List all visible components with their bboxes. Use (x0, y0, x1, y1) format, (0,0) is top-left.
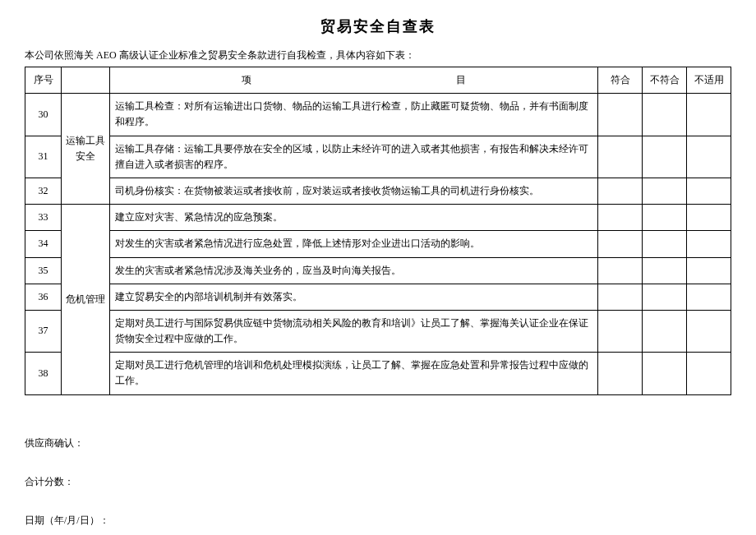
category-transport: 运输工具安全 (62, 94, 110, 205)
nonconform-cell[interactable] (643, 353, 687, 394)
intro-text: 本公司依照海关 AEO 高级认证企业标准之贸易安全条款进行自我检查，具体内容如下… (25, 48, 731, 62)
na-cell[interactable] (687, 231, 731, 257)
nonconform-cell[interactable] (643, 257, 687, 284)
item-cell: 建立贸易安全的内部培训机制并有效落实。 (110, 284, 598, 310)
header-nonconform: 不符合 (643, 67, 687, 94)
item-cell: 运输工具存储：运输工具要停放在安全的区域，以防止未经许可的进入或者其他损害，有报… (110, 136, 598, 178)
na-cell[interactable] (687, 136, 731, 178)
seq-cell: 36 (25, 284, 62, 310)
header-item: 项 目 (110, 67, 598, 94)
conform-cell[interactable] (598, 310, 643, 352)
na-cell[interactable] (687, 353, 731, 394)
item-cell: 定期对员工进行与国际贸易供应链中货物流动相关风险的教育和培训》让员工了解、掌握海… (110, 310, 598, 352)
conform-cell[interactable] (598, 205, 643, 231)
table-row: 31 运输工具存储：运输工具要停放在安全的区域，以防止未经许可的进入或者其他损害… (25, 136, 731, 178)
item-cell: 司机身份核实：在货物被装运或者接收前，应对装运或者接收货物运输工具的司机进行身份… (110, 178, 598, 204)
table-row: 35 发生的灾害或者紧急情况涉及海关业务的，应当及时向海关报告。 (25, 257, 731, 284)
date-line: 日期（年/月/日）： (25, 514, 731, 528)
conform-cell[interactable] (598, 136, 643, 178)
footer-block: 供应商确认： 合计分数： 日期（年/月/日）： (25, 436, 731, 528)
table-row: 36 建立贸易安全的内部培训机制并有效落实。 (25, 284, 731, 310)
conform-cell[interactable] (598, 94, 643, 136)
seq-cell: 32 (25, 178, 62, 204)
checklist-table: 序号 项 目 符合 不符合 不适用 30 运输工具安全 运输工具检查：对所有运输… (25, 67, 731, 395)
nonconform-cell[interactable] (643, 136, 687, 178)
seq-cell: 34 (25, 231, 62, 257)
conform-cell[interactable] (598, 284, 643, 310)
nonconform-cell[interactable] (643, 94, 687, 136)
seq-cell: 33 (25, 205, 62, 231)
table-row: 30 运输工具安全 运输工具检查：对所有运输进出口货物、物品的运输工具进行检查，… (25, 94, 731, 136)
conform-cell[interactable] (598, 353, 643, 394)
nonconform-cell[interactable] (643, 284, 687, 310)
header-row: 序号 项 目 符合 不符合 不适用 (25, 67, 731, 94)
seq-cell: 37 (25, 310, 62, 352)
seq-cell: 35 (25, 257, 62, 284)
header-na: 不适用 (687, 67, 731, 94)
table-row: 38 定期对员工进行危机管理的培训和危机处理模拟演练，让员工了解、掌握在应急处置… (25, 353, 731, 394)
nonconform-cell[interactable] (643, 178, 687, 204)
item-cell: 建立应对灾害、紧急情况的应急预案。 (110, 205, 598, 231)
na-cell[interactable] (687, 257, 731, 284)
seq-cell: 31 (25, 136, 62, 178)
nonconform-cell[interactable] (643, 310, 687, 352)
table-row: 37 定期对员工进行与国际贸易供应链中货物流动相关风险的教育和培训》让员工了解、… (25, 310, 731, 352)
item-cell: 发生的灾害或者紧急情况涉及海关业务的，应当及时向海关报告。 (110, 257, 598, 284)
seq-cell: 38 (25, 353, 62, 394)
item-cell: 运输工具检查：对所有运输进出口货物、物品的运输工具进行检查，防止藏匿可疑货物、物… (110, 94, 598, 136)
header-conform: 符合 (598, 67, 643, 94)
page-title: 贸易安全自查表 (25, 16, 731, 36)
nonconform-cell[interactable] (643, 231, 687, 257)
na-cell[interactable] (687, 94, 731, 136)
conform-cell[interactable] (598, 178, 643, 204)
seq-cell: 30 (25, 94, 62, 136)
item-cell: 对发生的灾害或者紧急情况进行应急处置，降低上述情形对企业进出口活动的影响。 (110, 231, 598, 257)
na-cell[interactable] (687, 178, 731, 204)
category-crisis: 危机管理 (62, 205, 110, 395)
na-cell[interactable] (687, 310, 731, 352)
na-cell[interactable] (687, 284, 731, 310)
total-score: 合计分数： (25, 475, 731, 489)
header-seq: 序号 (25, 67, 62, 94)
nonconform-cell[interactable] (643, 205, 687, 231)
conform-cell[interactable] (598, 231, 643, 257)
na-cell[interactable] (687, 205, 731, 231)
table-row: 32 司机身份核实：在货物被装运或者接收前，应对装运或者接收货物运输工具的司机进… (25, 178, 731, 204)
table-row: 34 对发生的灾害或者紧急情况进行应急处置，降低上述情形对企业进出口活动的影响。 (25, 231, 731, 257)
conform-cell[interactable] (598, 257, 643, 284)
supplier-confirm: 供应商确认： (25, 436, 731, 450)
table-row: 33 危机管理 建立应对灾害、紧急情况的应急预案。 (25, 205, 731, 231)
header-cat-blank (62, 67, 110, 94)
item-cell: 定期对员工进行危机管理的培训和危机处理模拟演练，让员工了解、掌握在应急处置和异常… (110, 353, 598, 394)
